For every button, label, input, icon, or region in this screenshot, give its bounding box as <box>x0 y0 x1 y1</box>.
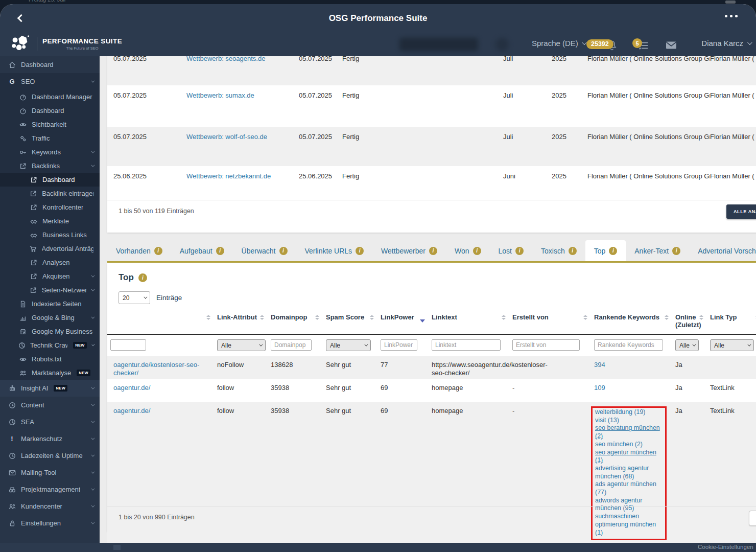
sort-desc-icon[interactable] <box>420 319 425 323</box>
filter-domainpop-input[interactable] <box>271 339 312 351</box>
sidebar-item-robots-txt[interactable]: Robots.txt <box>0 352 100 366</box>
info-icon[interactable]: i <box>279 247 288 255</box>
info-icon[interactable]: i <box>216 247 224 255</box>
filter-spam-score-select[interactable]: Alle <box>326 339 371 351</box>
sort-icon[interactable] <box>583 315 587 320</box>
sidebar-item-dashboard[interactable]: Dashboard <box>0 173 100 187</box>
sidebar-item-sichtbarkeit[interactable]: Sichtbarkeit <box>0 118 100 131</box>
sidebar-item-dashboard[interactable]: Dashboard <box>0 104 100 118</box>
tab-anker-text[interactable]: Anker-Texti <box>626 240 689 261</box>
filter-erstellt-von-input[interactable] <box>512 339 580 351</box>
tab-advertorial-vorschläge[interactable]: Advertorial Vorschlägei <box>689 240 756 261</box>
sidebar-item-content[interactable]: Content <box>0 397 100 413</box>
analysis-link[interactable]: Wettbewerb: seoagents.de <box>186 56 265 62</box>
sidebar-item-google-bing[interactable]: Google & Bing <box>0 311 100 325</box>
column-header-link-attribut[interactable]: Link-Attribut <box>217 309 271 334</box>
sidebar-item-traffic[interactable]: Traffic <box>0 131 100 145</box>
sidebar-item-backlink-eintragen[interactable]: Backlink eintragen <box>0 187 100 200</box>
sidebar-item-ladezeiten-uptime[interactable]: Ladezeiten & Uptime <box>0 447 100 464</box>
column-header-erstellt-von[interactable]: Erstellt von <box>512 309 594 334</box>
column-header-online-zuletzt[interactable]: Online (Zuletzt) <box>675 309 710 334</box>
sidebar-item-business-links[interactable]: Business Links <box>0 228 100 242</box>
performance-suite-logo[interactable]: PERFORMANCE SUITE The Future of SEO <box>10 34 122 54</box>
sidebar-item-einstellungen[interactable]: Einstellungen <box>0 515 100 532</box>
sidebar-item-advertorial-anträge[interactable]: Advertorial Anträge <box>0 242 100 256</box>
sidebar-item-seiten-netzwerk[interactable]: Seiten-Netzwerk <box>0 283 100 297</box>
cookie-settings-link[interactable]: Cookie-Einstellungen <box>698 544 756 550</box>
analysis-link[interactable]: Wettbewerb: sumax.de <box>186 91 254 99</box>
info-icon[interactable]: i <box>356 247 364 255</box>
sidebar-item-backlinks[interactable]: Backlinks <box>0 159 100 173</box>
column-header-link-typ[interactable]: Link Typ <box>710 309 756 334</box>
analysis-link[interactable]: Wettbewerb: netzbekannt.de <box>186 172 271 180</box>
sidebar-item-keywords[interactable]: Keywords <box>0 145 100 159</box>
info-icon[interactable]: i <box>138 273 147 282</box>
column-header-spam-score[interactable]: Spam Score <box>326 309 381 334</box>
notifications-count-badge[interactable]: 25392 <box>586 39 613 49</box>
sidebar-item-google-my-business[interactable]: Google My Business <box>0 325 100 338</box>
filter-link-attribut-select[interactable]: Alle <box>217 339 266 351</box>
tab-lost[interactable]: Losti <box>490 240 532 261</box>
sidebar-item-indexierte-seiten[interactable]: Indexierte Seiten <box>0 297 100 311</box>
sort-icon[interactable] <box>502 315 506 320</box>
column-header-linktext[interactable]: Linktext <box>432 309 512 334</box>
sidebar-item-analysen[interactable]: Analysen <box>0 256 100 269</box>
sidebar-item-merkliste[interactable]: Merkliste <box>0 214 100 228</box>
sidebar-item-dashboard[interactable]: Dashboard <box>0 56 100 73</box>
filter-url-input[interactable] <box>110 339 146 351</box>
filter-online-zuletzt-select[interactable]: Alle <box>675 339 699 351</box>
tab-won[interactable]: Woni <box>446 240 490 261</box>
sidebar-item-projektmanagement[interactable]: Projektmanagement <box>0 481 100 498</box>
tab-überwacht[interactable]: Überwachti <box>233 240 296 261</box>
info-icon[interactable]: i <box>672 247 680 255</box>
sidebar-item-insight-ai[interactable]: Insight AINEW <box>0 380 100 397</box>
filter-linktext-input[interactable] <box>432 339 501 351</box>
sort-icon[interactable] <box>260 315 264 320</box>
info-icon[interactable]: i <box>515 247 524 255</box>
info-icon[interactable]: i <box>609 247 617 255</box>
sidebar-item-kontrollcenter[interactable]: Kontrollcenter <box>0 200 100 214</box>
keyword-link[interactable]: seo beratung münchen (2) <box>595 424 663 440</box>
page-size-select[interactable]: 20 <box>119 291 150 304</box>
keyword-link[interactable]: advertising agentur münchen (68) <box>595 465 663 480</box>
column-header-url[interactable] <box>113 309 217 334</box>
keyword-count-link[interactable]: 394 <box>594 361 605 369</box>
backlink-url-link[interactable]: oagentur.de/ <box>113 407 150 415</box>
analysis-link[interactable]: Wettbewerb: wolf-of-seo.de <box>186 133 267 141</box>
tab-top[interactable]: Topi <box>585 240 626 261</box>
keyword-count-link[interactable]: 109 <box>594 384 605 392</box>
info-icon[interactable]: i <box>473 247 481 255</box>
filter-link-typ-select[interactable]: Alle <box>710 339 754 351</box>
sidebar-item-dashboard-manager[interactable]: Dashboard Manager <box>0 90 100 104</box>
keyword-link[interactable]: ads agentur münchen (77) <box>595 480 663 496</box>
sidebar-item-seo[interactable]: GSEO <box>0 73 100 90</box>
sidebar-item-markenschutz[interactable]: !Markenschutz <box>0 430 100 447</box>
sort-icon[interactable] <box>370 315 374 320</box>
sidebar-item-technik-crawler[interactable]: Technik CrawlerNEW <box>0 338 100 352</box>
sidebar-item-kundencenter[interactable]: Kundencenter <box>0 498 100 515</box>
keyword-link[interactable]: visit (13) <box>595 417 663 425</box>
backlink-url-link[interactable]: oagentur.de/kostenloser-seo-checker/ <box>113 361 199 377</box>
column-header-domainpop[interactable]: Domainpop <box>271 309 326 334</box>
info-icon[interactable]: i <box>154 247 162 255</box>
filter-rankende-keywords-input[interactable] <box>594 339 663 351</box>
tab-wettbewerber[interactable]: Wettbewerberi <box>372 240 446 261</box>
keyword-link[interactable]: seo münchen (2) <box>595 441 663 449</box>
tab-verlinkte-urls[interactable]: Verlinkte URLsi <box>296 240 373 261</box>
info-icon[interactable]: i <box>429 247 437 255</box>
language-selector[interactable]: Sprache (DE) <box>532 39 585 48</box>
sidebar-item-marktanalyse[interactable]: MarktanalyseNEW <box>0 366 100 380</box>
filter-linkpower-input[interactable] <box>381 339 417 351</box>
pagination-prev-button[interactable]: ‹ <box>749 511 756 526</box>
tab-aufgebaut[interactable]: Aufgebauti <box>171 240 233 261</box>
sidebar-item-mailing-tool[interactable]: Mailing-Tool <box>0 464 100 481</box>
sort-icon[interactable] <box>665 315 669 320</box>
keyword-link[interactable]: seo agentur münchen (1) <box>595 449 663 465</box>
sort-icon[interactable] <box>699 315 703 320</box>
mail-icon[interactable] <box>666 41 677 50</box>
sort-icon[interactable] <box>206 315 210 320</box>
sidebar-item-sea[interactable]: SEA <box>0 413 100 430</box>
tab-vorhanden[interactable]: Vorhandeni <box>107 240 171 261</box>
tasks-count-badge[interactable]: 5 <box>632 38 642 48</box>
user-menu[interactable]: Diana Karcz <box>691 39 751 48</box>
